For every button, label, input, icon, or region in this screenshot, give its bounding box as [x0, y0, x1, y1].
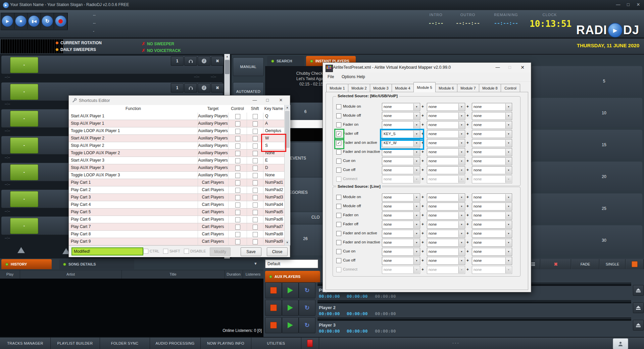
- control-checkbox[interactable]: [235, 188, 240, 193]
- key-select-2[interactable]: none▼: [427, 130, 465, 138]
- fader-on-checkbox[interactable]: [336, 122, 341, 127]
- airlite-titlebar[interactable]: AirliteTestPreset.xml - Airlite Virtual …: [323, 63, 531, 73]
- shortcut-row[interactable]: Play Cart 4Cart PlayersNumPad4: [69, 201, 284, 209]
- key-select-3[interactable]: none▼: [472, 193, 512, 201]
- key-select-2[interactable]: none▼: [427, 221, 465, 229]
- loop-player-button[interactable]: ↻: [299, 282, 315, 298]
- toolbar-playlist-builder[interactable]: PLAYLIST BUILDER: [50, 338, 100, 349]
- key-select-3[interactable]: none▼: [472, 148, 512, 156]
- minimize-icon[interactable]: —: [493, 65, 503, 70]
- toolbar-now-playing-info[interactable]: NOW PLAYING INFO: [200, 338, 251, 349]
- info-button[interactable]: i: [198, 83, 210, 93]
- single-button[interactable]: SINGLE: [599, 259, 626, 269]
- scroll-up-icon[interactable]: ▲: [285, 105, 290, 110]
- close-button[interactable]: Close: [267, 247, 288, 256]
- shift-checkbox[interactable]: [253, 210, 258, 215]
- remove-track-button[interactable]: ✖: [211, 56, 224, 66]
- fader-on-checkbox[interactable]: [336, 213, 341, 218]
- shift-checkbox[interactable]: [253, 217, 258, 222]
- minimize-icon[interactable]: —: [250, 98, 260, 103]
- info-button[interactable]: i: [198, 56, 210, 66]
- stop-player-button[interactable]: [265, 300, 282, 316]
- scroll-down-icon[interactable]: ▼: [285, 240, 290, 245]
- fader-off-checkbox[interactable]: [336, 222, 341, 227]
- key-select-1[interactable]: none▼: [382, 166, 420, 174]
- key-select-2[interactable]: none▼: [427, 230, 465, 238]
- key-select-3[interactable]: none▼: [472, 157, 512, 165]
- disable-checkbox[interactable]: [184, 249, 189, 254]
- track-color-block[interactable]: -: [10, 137, 38, 154]
- shift-checkbox[interactable]: [253, 136, 258, 141]
- stop-player-button[interactable]: [265, 282, 282, 298]
- menu-options[interactable]: Options: [342, 74, 355, 79]
- shortcut-row[interactable]: Start AUX Player 1Auxiliary PlayersQ: [69, 113, 284, 120]
- shortcut-row[interactable]: Toggle LOOP AUX Player 3Auxiliary Player…: [69, 172, 284, 179]
- key-select-2[interactable]: none▼: [427, 148, 465, 156]
- shortcuts-editor-titlebar[interactable]: Shortcuts Editor — □ ✕: [69, 96, 290, 105]
- key-select-3[interactable]: none▼: [472, 248, 512, 256]
- clear-button[interactable]: ✖: [540, 259, 571, 269]
- shift-checkbox[interactable]: [253, 188, 258, 193]
- cue-off-checkbox[interactable]: [336, 168, 341, 173]
- toolbar-audio-processing[interactable]: AUDIO PROCESSING: [150, 338, 201, 349]
- playlist-row[interactable]: -1i✖: [1, 56, 223, 74]
- minimize-icon[interactable]: —: [614, 2, 623, 7]
- header-key-name[interactable]: Key Name: [263, 106, 284, 111]
- modify-button[interactable]: Modify: [210, 247, 231, 256]
- tab-module-1[interactable]: Module 1: [326, 84, 348, 92]
- record-button[interactable]: [54, 13, 67, 29]
- key-select-2[interactable]: none▼: [427, 112, 465, 120]
- menu-file[interactable]: File: [328, 74, 334, 79]
- key-select-1[interactable]: none▼: [382, 193, 420, 201]
- control-checkbox[interactable]: [235, 151, 240, 156]
- control-checkbox[interactable]: [235, 225, 240, 230]
- history-list[interactable]: Online Listeners: 0 [0]: [0, 279, 263, 337]
- key-select-1[interactable]: none▼: [382, 230, 420, 238]
- shortcut-row[interactable]: Start AUX Player 3Auxiliary PlayersE: [69, 157, 284, 164]
- key-select-3[interactable]: none▼: [472, 139, 512, 147]
- control-checkbox[interactable]: [235, 158, 240, 163]
- shortcut-row[interactable]: Stop AUX Player 3Auxiliary PlayersD: [69, 164, 284, 172]
- tab-search[interactable]: SEARCH: [267, 56, 304, 66]
- play-player-button[interactable]: [282, 300, 299, 316]
- eject-button[interactable]: [633, 285, 644, 296]
- toolbar-tracks-manager[interactable]: TRACKS MANAGER: [0, 338, 51, 349]
- shift-checkbox[interactable]: [253, 202, 258, 208]
- key-select-3[interactable]: none▼: [472, 103, 512, 111]
- scrollbar-thumb[interactable]: [225, 60, 230, 74]
- control-checkbox[interactable]: [235, 210, 240, 215]
- key-select-3[interactable]: none▼: [472, 121, 512, 129]
- key-select-1[interactable]: none▼: [382, 221, 420, 229]
- tab-module-3[interactable]: Module 3: [370, 84, 392, 92]
- table-scrollbar[interactable]: ▲ ▼: [284, 105, 290, 245]
- control-checkbox[interactable]: [235, 114, 240, 119]
- key-select-3[interactable]: none▼: [472, 130, 512, 138]
- fader-and-on-active-checkbox[interactable]: [336, 231, 341, 236]
- key-select-1[interactable]: none▼: [382, 157, 420, 165]
- key-select-2[interactable]: none▼: [427, 248, 465, 256]
- key-select-1[interactable]: none▼: [382, 121, 420, 129]
- key-select-2[interactable]: none▼: [427, 121, 465, 129]
- maximize-icon[interactable]: □: [262, 98, 273, 103]
- key-select-1[interactable]: none▼: [382, 103, 420, 111]
- shortcut-row[interactable]: Toggle LOOP AUX Player 2Auxiliary Player…: [69, 150, 284, 157]
- control-checkbox[interactable]: [235, 217, 240, 222]
- track-color-block[interactable]: -: [10, 84, 38, 100]
- key-select-2[interactable]: none▼: [427, 166, 465, 174]
- control-checkbox[interactable]: [235, 136, 240, 141]
- cart-row[interactable]: [531, 162, 642, 191]
- shift-checkbox[interactable]: [253, 173, 258, 178]
- cart-row[interactable]: [531, 225, 642, 255]
- cart-row[interactable]: [531, 98, 642, 127]
- key-select-2[interactable]: none▼: [427, 202, 465, 211]
- play-player-button[interactable]: [282, 282, 299, 298]
- control-checkbox[interactable]: [235, 195, 240, 200]
- shift-checkbox[interactable]: [253, 166, 258, 171]
- key-select-3[interactable]: none▼: [472, 166, 512, 174]
- control-checkbox[interactable]: [235, 166, 240, 171]
- maximize-icon[interactable]: □: [624, 2, 633, 7]
- stop-all-button[interactable]: [301, 338, 319, 349]
- control-checkbox[interactable]: [235, 121, 240, 126]
- cart-row[interactable]: [531, 130, 642, 159]
- shift-checkbox[interactable]: [253, 114, 258, 119]
